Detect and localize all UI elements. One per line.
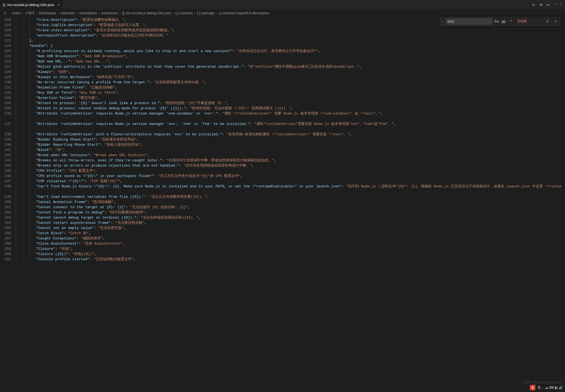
code-line[interactable]: "Cancel Animation Frame": "取消动画帧", bbox=[16, 199, 561, 205]
code-line[interactable]: "Block": "块", bbox=[16, 147, 561, 153]
match-case-icon[interactable]: Aa bbox=[493, 18, 499, 24]
code-line[interactable]: "Closure": "闭包", bbox=[16, 246, 561, 251]
line-number: 259 bbox=[0, 246, 11, 251]
find-next-icon[interactable]: ↓ bbox=[537, 19, 543, 23]
code-line[interactable]: "workspaceTrust.description": "必须有信任才能在此… bbox=[16, 33, 561, 38]
line-number: 237 bbox=[0, 121, 11, 127]
line-number: 221 bbox=[0, 33, 11, 38]
find-input[interactable] bbox=[446, 18, 492, 25]
run-icon[interactable]: ▷ bbox=[533, 2, 535, 7]
line-number: 220 bbox=[0, 28, 11, 33]
breadcrumb-part[interactable]: 17607 bbox=[25, 11, 35, 15]
code-line[interactable]: "Cannot restart asynchronous frame": "无法… bbox=[16, 220, 561, 225]
code-line[interactable]: "Cannot find a program to debug": "找不到要调… bbox=[16, 210, 561, 215]
line-number: 223 bbox=[0, 43, 11, 48]
code-line[interactable]: "Animation Frame Fired": "已触发动画帧", bbox=[16, 85, 561, 90]
line-number: 226 bbox=[0, 59, 11, 64]
object-icon: { } bbox=[175, 11, 179, 15]
tab-bar: {} ms-vscode.js-debug.i18n.json × ▷ ⇄ ▭ … bbox=[0, 0, 565, 10]
code-line[interactable]: "Close AudioContext": "关闭 AudioContext", bbox=[16, 241, 561, 246]
line-number: 238 bbox=[0, 132, 11, 137]
line-number: 248 bbox=[0, 184, 11, 189]
line-number: 224 bbox=[0, 48, 11, 54]
json-file-icon: {} bbox=[3, 3, 5, 7]
code-line[interactable]: "Bidder Bidding Phase Start": "竞标者出价阶段开始… bbox=[16, 137, 561, 142]
code-line[interactable]: "Attribute 'runtimeVersion' requires Nod… bbox=[16, 111, 561, 116]
regex-icon[interactable]: ·* bbox=[508, 18, 514, 24]
line-number: 222 bbox=[0, 38, 11, 43]
minimap[interactable] bbox=[561, 17, 565, 392]
breadcrumb-part[interactable]: Downloads bbox=[39, 11, 56, 15]
code-line[interactable]: "Bidder Reporting Phase Start": "投标人报告阶段… bbox=[16, 142, 561, 147]
find-in-selection-icon[interactable]: ≡ bbox=[544, 19, 550, 23]
code-line[interactable]: "CPU profile saved as \"{0}\" in your wo… bbox=[16, 173, 561, 179]
json-file-icon: {} bbox=[122, 11, 124, 15]
breadcrumb-sep: › bbox=[194, 11, 195, 15]
code-line[interactable]: "trace.stdio.description": "是否从启动的应用程序或浏… bbox=[16, 28, 561, 33]
code-line[interactable]: "Attach to process: '{0}' doesn't look l… bbox=[16, 101, 561, 106]
breadcrumb-symbol[interactable]: package bbox=[201, 11, 214, 15]
code-line[interactable]: "Can't find Node.js binary \"{0}\": {1}.… bbox=[16, 184, 561, 189]
code-line[interactable]: "Cannot set an empty value": "无法设置空值", bbox=[16, 225, 561, 231]
close-tab-icon[interactable]: × bbox=[58, 3, 60, 7]
line-number: 250 bbox=[0, 199, 11, 205]
breadcrumb[interactable]: C:› Users› 17607› Downloads› extension› … bbox=[0, 10, 565, 17]
ime-lang[interactable]: 英 , bbox=[538, 385, 543, 390]
match-whole-word-icon[interactable]: ab bbox=[501, 18, 507, 24]
code-line[interactable]: "Breaks only on errors or promise reject… bbox=[16, 163, 561, 168]
breadcrumb-symbol[interactable]: contents bbox=[180, 11, 193, 15]
line-number: 219 bbox=[0, 22, 11, 28]
code-line[interactable]: "Assertion failed": "断言失败", bbox=[16, 95, 561, 101]
code-line[interactable]: "bundle": { bbox=[16, 43, 561, 48]
breadcrumb-symbol[interactable]: browser.inspectUri.description bbox=[223, 11, 269, 15]
code-line[interactable]: "Closure ({0})": "闭包({0})", bbox=[16, 251, 561, 257]
breadcrumb-sep: › bbox=[99, 11, 100, 15]
more-actions-icon[interactable]: ··· bbox=[554, 2, 562, 7]
breadcrumb-part[interactable]: extension bbox=[60, 11, 75, 15]
ime-icon[interactable]: S bbox=[530, 385, 535, 390]
line-number: 230 bbox=[0, 80, 11, 85]
tray-icons[interactable]: ☁ ⌨ ◧ 🔊 bbox=[545, 386, 563, 390]
code-line[interactable]: "Console profile started": "已启动控制台配置文件", bbox=[16, 257, 561, 262]
editor-tab[interactable]: {} ms-vscode.js-debug.i18n.json × bbox=[0, 0, 63, 10]
breadcrumb-part[interactable]: translations bbox=[80, 11, 97, 15]
code-line[interactable]: "Breaks on all throw errors, even if the… bbox=[16, 158, 561, 163]
breadcrumb-sep: › bbox=[58, 11, 59, 15]
code-line[interactable]: "Always": "始终", bbox=[16, 69, 561, 75]
object-icon: { } bbox=[197, 11, 200, 15]
code-line[interactable]: }, bbox=[16, 38, 561, 43]
code-line[interactable]: "Adjust glob pattern(s) in the 'outFiles… bbox=[16, 64, 561, 69]
code-line[interactable]: "A profiling session is already running,… bbox=[16, 48, 561, 54]
code-area[interactable]: "trace.description": "配置生成哪些诊断输出。", "tra… bbox=[16, 17, 561, 392]
code-line[interactable]: "An error occurred taking a profile from… bbox=[16, 80, 561, 85]
code-line[interactable]: "Cannot connect to the target at {0}: {1… bbox=[16, 205, 561, 210]
code-line[interactable]: "Add new URL...": "Add new URL...", bbox=[16, 59, 561, 64]
close-find-icon[interactable]: × bbox=[553, 19, 559, 23]
code-line[interactable]: "Always in this Workspace": "始终在此"工作区"中"… bbox=[16, 75, 561, 80]
breadcrumb-part[interactable]: Users bbox=[12, 11, 21, 15]
line-number: 227 bbox=[0, 64, 11, 69]
code-line[interactable]: "Attribute 'runtimeVersion' with a flavo… bbox=[16, 132, 561, 137]
editor[interactable]: 2182192202212222232242252262272282292302… bbox=[0, 17, 565, 392]
code-line[interactable]: "Cannot launch debug target in terminal … bbox=[16, 215, 561, 220]
code-line[interactable]: "CPU Profile": "CPU 配置文件", bbox=[16, 168, 561, 173]
code-line[interactable]: "Caught Exceptions": "捕获的异常", bbox=[16, 236, 561, 241]
breadcrumb-file[interactable]: ms-vscode.js-debug.i18n.json bbox=[126, 11, 171, 15]
breadcrumb-part[interactable]: C: bbox=[4, 11, 7, 15]
find-prev-icon[interactable]: ↑ bbox=[530, 19, 536, 23]
code-line[interactable]: "Can't load environment variables from f… bbox=[16, 194, 561, 199]
code-line[interactable]: "Add XHR Breakpoint": "Add XHR Breakpoin… bbox=[16, 54, 561, 59]
code-line[interactable]: "Attribute 'runtimeVersion' requires Nod… bbox=[16, 121, 561, 127]
diff-icon[interactable]: ⇄ bbox=[540, 2, 543, 7]
code-line[interactable]: "Any XHR or fetch": "Any XHR or fetch", bbox=[16, 90, 561, 95]
code-line[interactable]: "Catch Block": "Catch 块", bbox=[16, 231, 561, 236]
line-number: 253 bbox=[0, 215, 11, 220]
line-number: 243 bbox=[0, 158, 11, 163]
code-line[interactable]: "Attach to process: cannot enable debug … bbox=[16, 106, 561, 111]
code-line[interactable]: "CSP violation \"{0}\"": "CSP 违规"{0}"", bbox=[16, 179, 561, 184]
split-editor-icon[interactable]: ▭ bbox=[547, 2, 550, 7]
code-line[interactable]: "Break when URL Contains": "Break when U… bbox=[16, 153, 561, 158]
find-toggle-replace-icon[interactable]: › bbox=[441, 19, 445, 23]
line-number: 245 bbox=[0, 168, 11, 173]
breadcrumb-part[interactable]: extensions bbox=[101, 11, 118, 15]
